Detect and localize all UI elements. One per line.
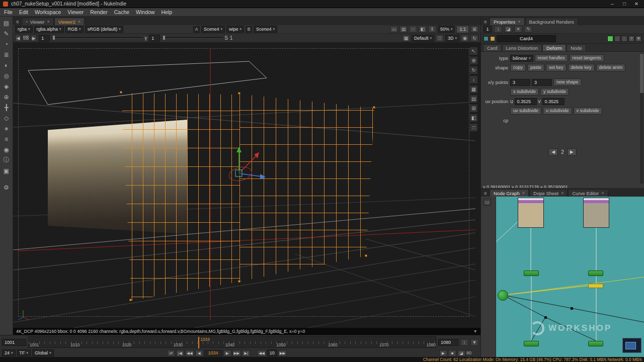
zoom-level-select[interactable]: 50%: [438, 26, 455, 33]
range-start-field[interactable]: 1001: [2, 339, 26, 346]
lock-panels-icon[interactable]: ◪: [504, 26, 512, 33]
tab-lens-distortion[interactable]: Lens Distortion: [502, 44, 542, 51]
tf-select[interactable]: TF: [17, 349, 31, 356]
dag-navigator[interactable]: [622, 338, 641, 353]
step-back-icon[interactable]: ◀: [195, 350, 203, 356]
type-select[interactable]: bilinear: [510, 55, 533, 62]
jump-back-icon[interactable]: ◀◀: [257, 350, 266, 356]
y-subdivide-button[interactable]: y subdivide: [540, 88, 569, 96]
center-node-icon[interactable]: [614, 36, 620, 42]
panel-menu-icon[interactable]: ≡: [482, 190, 489, 197]
gain-slider[interactable]: [52, 37, 142, 39]
tab-node-graph[interactable]: Node Graph ×: [490, 189, 529, 197]
panel-menu-icon[interactable]: ≡: [482, 19, 489, 25]
card-node[interactable]: [524, 270, 539, 276]
draw-nodes-icon[interactable]: ✎: [2, 29, 12, 38]
node-color-swatch[interactable]: [490, 36, 495, 41]
gamma-value[interactable]: 1: [149, 35, 160, 42]
menu-file[interactable]: File: [4, 9, 13, 15]
frame-ruler[interactable]: 1001 1010 1020 1030 1040 1050 1060 1070 …: [28, 336, 436, 348]
properties-scrollbar[interactable]: [640, 53, 643, 184]
wipe-toggle-icon[interactable]: ◧: [419, 26, 427, 33]
sphere-node[interactable]: [498, 290, 508, 301]
proxy-toggle-icon[interactable]: ▭: [390, 26, 398, 33]
zoom-tool-icon[interactable]: ⊕: [469, 56, 478, 65]
card-node[interactable]: [588, 270, 603, 276]
pause-viewer-icon[interactable]: ‖: [428, 26, 436, 33]
reset-tangents-button[interactable]: reset tangents: [570, 54, 604, 62]
paste-button[interactable]: paste: [527, 64, 544, 71]
edit-panels-icon[interactable]: ✎: [524, 26, 532, 33]
viewer-process-select[interactable]: Default: [412, 35, 434, 42]
dag-settings-icon[interactable]: ▭: [483, 199, 491, 206]
panel-menu-icon[interactable]: ≡: [14, 19, 21, 25]
roi-icon[interactable]: □: [436, 35, 444, 42]
gain-next-icon[interactable]: ▶: [31, 35, 37, 42]
fps-select[interactable]: 24: [2, 349, 16, 356]
menu-window[interactable]: Window: [136, 9, 154, 15]
filter-nodes-icon[interactable]: ◎: [2, 71, 12, 80]
y-points-field[interactable]: 3: [532, 79, 552, 86]
metadata-nodes-icon[interactable]: ⓘ: [2, 155, 12, 165]
x-points-field[interactable]: 3: [510, 79, 530, 86]
image-nodes-icon[interactable]: ▤: [2, 18, 12, 28]
gain-prev-icon[interactable]: ◀: [15, 35, 21, 42]
menu-render[interactable]: Render: [90, 9, 107, 15]
time-nodes-icon[interactable]: ◔: [2, 39, 12, 49]
card-node-stamp[interactable]: [583, 198, 609, 228]
menu-cache[interactable]: Cache: [114, 9, 129, 15]
step-forward-icon[interactable]: ▶: [223, 350, 231, 356]
input-process-icon[interactable]: ▦: [402, 35, 410, 42]
panel-count-field[interactable]: 1: [483, 26, 492, 33]
fullscreen-icon[interactable]: ⊞: [470, 26, 478, 33]
other-nodes-icon[interactable]: ⚙: [2, 183, 12, 192]
current-frame-field[interactable]: 1034: [204, 350, 222, 356]
page-prev-button[interactable]: ◀: [548, 148, 558, 156]
jump-forward-icon[interactable]: ▶▶: [278, 350, 287, 356]
pan-tool-icon[interactable]: ↕: [469, 75, 478, 84]
page-next-button[interactable]: ▶: [567, 148, 577, 156]
tab-deform[interactable]: Deform: [542, 44, 566, 51]
view-mode-select[interactable]: 3D: [445, 35, 459, 42]
float-panel-icon[interactable]: [621, 36, 627, 42]
orbit-tool-icon[interactable]: ↻: [469, 66, 478, 74]
set-key-button[interactable]: set key: [546, 64, 567, 71]
a-source-select[interactable]: Scene4: [201, 26, 225, 33]
alpha-layer-select[interactable]: rgba.alpha: [34, 26, 64, 33]
wipe-mode-select[interactable]: wipe: [226, 26, 244, 33]
loop-mode-icon[interactable]: ⇄: [167, 350, 175, 356]
tab-node-graph-close-icon[interactable]: ×: [522, 191, 525, 196]
maximize-button[interactable]: □: [620, 1, 629, 7]
selected-node[interactable]: [588, 284, 603, 288]
card-node[interactable]: [588, 341, 603, 346]
delete-key-button[interactable]: delete key: [568, 64, 595, 71]
layer-select[interactable]: rgba: [15, 26, 33, 33]
actual-size-button[interactable]: 1:1: [456, 26, 469, 33]
frame-increment-field[interactable]: 10: [267, 349, 277, 356]
node-name-field[interactable]: Card4: [497, 35, 556, 42]
split-toggle-icon[interactable]: ◧: [469, 114, 478, 122]
layout-toggle-icon[interactable]: ⊞: [469, 104, 478, 113]
grid-toggle-icon[interactable]: ▦: [469, 85, 478, 94]
range-play-icon[interactable]: ▶: [439, 350, 447, 356]
clear-panels-icon[interactable]: ✕: [514, 26, 522, 33]
node-graph-canvas[interactable]: WORKSHOP: [496, 197, 644, 357]
rows-toggle-icon[interactable]: ▤: [469, 95, 478, 103]
v-subdivide-button[interactable]: v subdivide: [574, 107, 602, 115]
menu-viewer[interactable]: Viewer: [67, 9, 84, 15]
views-nodes-icon[interactable]: ◉: [2, 145, 12, 154]
tab-curve-editor[interactable]: Curve Editor ×: [568, 189, 608, 197]
camera-lock-icon[interactable]: ◉: [461, 35, 469, 42]
info-expand-icon[interactable]: ▼: [473, 329, 477, 334]
menu-help[interactable]: Help: [161, 9, 172, 15]
merge-nodes-icon[interactable]: ⊕: [2, 92, 12, 102]
transform-gizmo[interactable]: [13, 43, 480, 328]
x-subdivide-button[interactable]: x subdivide: [510, 88, 539, 96]
copy-button[interactable]: copy: [510, 64, 526, 71]
gamma-slider[interactable]: [162, 37, 222, 39]
tab-dope-sheet-close-icon[interactable]: ×: [561, 191, 564, 196]
node-help-icon[interactable]: ?: [628, 36, 634, 42]
panel-count-spinner-icon[interactable]: ↕: [494, 26, 502, 33]
color-nodes-icon[interactable]: ◐: [2, 60, 12, 70]
tab-viewer1[interactable]: ● Viewer ×: [22, 18, 54, 25]
